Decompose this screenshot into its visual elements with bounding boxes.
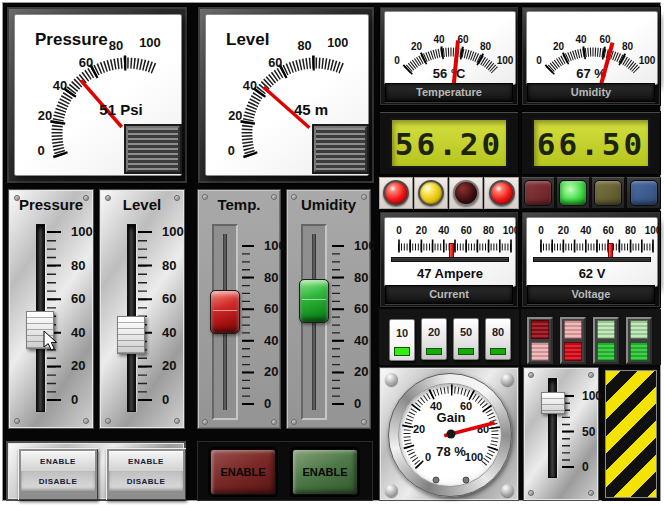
rocker-top (564, 320, 582, 339)
green-indicator-bar (490, 348, 506, 355)
selector-button-label: 80 (486, 326, 510, 338)
umidity-slider-title: Umidity (287, 196, 370, 213)
tick-label: 60 (268, 55, 282, 70)
tick-label: 0 (71, 392, 78, 407)
voltage-meter-face: 0 20 40 60 80 100 62 V (526, 217, 658, 287)
red-led-indicator-off (453, 180, 479, 206)
tick-label: 40 (438, 225, 450, 236)
enable-half[interactable]: ENABLE (21, 451, 95, 471)
temp-slider-handle[interactable] (210, 290, 240, 334)
tick-label: 80 (483, 225, 495, 236)
gain-slider-handle[interactable] (541, 392, 565, 414)
tick-label: 20 (264, 364, 278, 379)
screw-icon (361, 419, 367, 425)
gain-slider-panel: 100 50 0 (523, 367, 599, 501)
enable-half[interactable]: ENABLE (109, 451, 183, 471)
tick-label: 60 (71, 291, 85, 306)
pressure-gauge-face: Pressure 0 20 40 60 80 100 51 Psi (14, 14, 182, 176)
screw-icon (528, 490, 534, 496)
enable-disable-rocker-2[interactable]: ENABLE DISABLE (106, 448, 186, 500)
rocker-top (597, 320, 615, 339)
tick-label: 20 (162, 358, 176, 373)
tick-label: 80 (480, 41, 492, 52)
red-led-indicator (489, 180, 515, 206)
screw-icon (433, 477, 439, 483)
voltage-meter-label: Voltage (527, 285, 655, 304)
enable-button-green[interactable]: ENABLE (292, 449, 358, 495)
needle-pivot (447, 430, 456, 439)
tick-label: 50 (582, 425, 596, 439)
screw-icon (271, 419, 277, 425)
screw-icon (528, 372, 534, 378)
tick-label: 20 (228, 108, 242, 123)
gain-gauge-panel: 0 20 40 60 80 100 Gain 78 % (379, 367, 519, 501)
led-tile (484, 177, 519, 209)
tick-label: 80 (625, 225, 637, 236)
green-indicator-bar (458, 348, 474, 355)
selector-button-80[interactable]: 80 (485, 318, 511, 360)
tick-label: 60 (79, 55, 93, 70)
tick-label: 100 (71, 224, 93, 239)
disable-half[interactable]: DISABLE (21, 471, 95, 491)
yellow-led-indicator (418, 180, 444, 206)
rocker-switch-green-1[interactable] (593, 317, 619, 364)
tick-label: 20 (413, 423, 425, 435)
rocker-bottom (531, 342, 549, 361)
tick-label: 40 (433, 34, 445, 45)
tick-label: 100 (327, 35, 348, 50)
level-slider-panel: Level 100 80 60 40 20 0 (99, 189, 185, 429)
selector-button-20[interactable]: 20 (421, 318, 447, 360)
led-tile (449, 177, 483, 209)
selector-button-50[interactable]: 50 (453, 318, 479, 360)
rocker-top (630, 320, 648, 339)
tick-label: 0 (396, 225, 402, 236)
umidity-meter-label: Umidity (527, 83, 655, 102)
disable-half[interactable]: DISABLE (109, 471, 183, 491)
screw-icon (588, 372, 594, 378)
lamp-tile (556, 177, 590, 209)
temperature-lcd: 56.20 (379, 111, 519, 175)
selector-button-label: 50 (454, 326, 478, 338)
red-led-indicator (383, 180, 409, 206)
rocker-switch-red-1[interactable] (527, 317, 553, 364)
yellow-lamp-indicator (594, 180, 622, 206)
level-slider-title: Level (100, 196, 184, 213)
tick-label: 100 (264, 238, 284, 253)
tick-label: 0 (538, 225, 544, 236)
enable-button-red[interactable]: ENABLE (210, 449, 276, 495)
pressure-slider-title: Pressure (9, 196, 93, 213)
selector-button-bank: 10 20 50 80 (379, 309, 519, 365)
temp-slider-panel: Temp. 100 80 60 40 20 0 (197, 189, 281, 429)
screw-icon (14, 418, 20, 424)
pressure-gauge-value: 51 Psi (99, 101, 142, 118)
current-meter-label: Current (385, 285, 513, 304)
temperature-meter-label: Temperature (385, 83, 513, 102)
tick-label: 40 (264, 333, 278, 348)
tick-label: 20 (354, 364, 368, 379)
tick-label: 20 (553, 41, 565, 52)
rocker-switch-red-2[interactable] (560, 317, 586, 364)
tick-label: 80 (71, 258, 85, 273)
screw-icon (385, 373, 398, 386)
tick-label: 40 (354, 333, 368, 348)
rocker-switch-green-2[interactable] (626, 317, 652, 364)
tick-label: 100 (582, 389, 602, 403)
umidity-slider-handle[interactable] (299, 279, 329, 323)
tick-label: 0 (425, 451, 431, 463)
umidity-slider-panel: Umidity 100 80 60 40 20 0 (286, 189, 371, 429)
tick-label: 20 (416, 225, 428, 236)
tick-label: 0 (354, 396, 361, 411)
enable-disable-rocker-1[interactable]: ENABLE DISABLE (18, 448, 98, 500)
level-slider-handle[interactable] (117, 316, 145, 354)
green-indicator-bar (426, 348, 442, 355)
tick-label: 40 (243, 78, 257, 93)
current-meter: 0 20 40 60 80 100 47 Ampere Current (379, 211, 519, 308)
umidity-meter-face: 0 20 40 60 80 100 67 % (526, 11, 658, 85)
temp-slider-scale: 100 80 60 40 20 0 (242, 238, 284, 414)
tick-label: 40 (71, 325, 85, 340)
tick-label: 0 (394, 55, 400, 66)
umidity-meter-scale: 0 20 40 60 80 100 67 % (527, 12, 658, 85)
selector-button-10[interactable]: 10 (389, 319, 415, 361)
voltage-meter: 0 20 40 60 80 100 62 V Voltage (521, 211, 661, 308)
tick-label: 80 (298, 38, 312, 53)
